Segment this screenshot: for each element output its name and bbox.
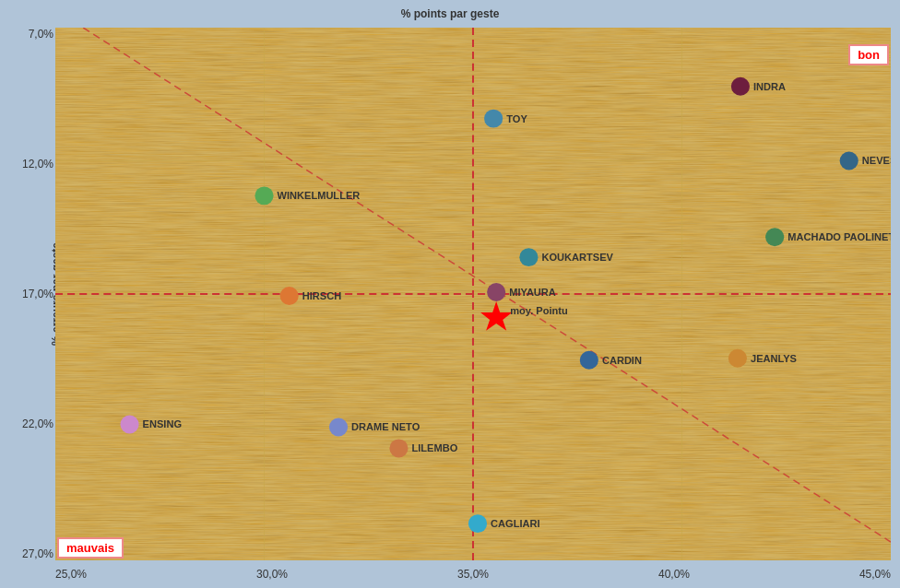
svg-text:WINKELMULLER: WINKELMULLER: [278, 190, 361, 201]
x-label-40: 40,0%: [658, 568, 690, 581]
point-neves-atu: [840, 152, 859, 171]
point-jeanlys: [728, 349, 747, 368]
svg-text:ENSING: ENSING: [143, 419, 182, 430]
y-label-17: 17,0%: [22, 288, 53, 300]
chart-area: 25,0% 30,0% 35,0% 40,0% 45,0% INDRA TOY …: [55, 28, 891, 560]
x-label-25: 25,0%: [55, 568, 87, 581]
x-label-45: 45,0%: [859, 568, 891, 581]
svg-text:HIRSCH: HIRSCH: [302, 290, 341, 301]
label-bon: bon: [848, 44, 889, 65]
svg-text:NEVES ATU: NEVES ATU: [862, 156, 891, 167]
svg-text:KOUKARTSEV: KOUKARTSEV: [541, 252, 613, 263]
point-indra: [731, 77, 750, 96]
point-ensing: [120, 416, 138, 434]
point-cardin: [580, 351, 598, 370]
point-miyaura: [487, 283, 505, 301]
y-label-12: 12,0%: [22, 158, 53, 171]
svg-text:JEANLYS: JEANLYS: [751, 353, 797, 364]
chart-container: % points par geste % erreurs par geste: [0, 0, 900, 588]
label-mauvais: mauvais: [57, 537, 124, 559]
chart-svg: 25,0% 30,0% 35,0% 40,0% 45,0% INDRA TOY …: [55, 28, 891, 560]
x-label-35: 35,0%: [457, 568, 489, 581]
point-hirsch: [280, 287, 299, 305]
svg-text:CAGLIARI: CAGLIARI: [491, 518, 539, 529]
svg-text:CARDIN: CARDIN: [602, 355, 642, 366]
svg-text:TOY: TOY: [506, 113, 527, 124]
x-label-30: 30,0%: [256, 568, 288, 581]
point-lilembo: [389, 439, 408, 457]
y-label-7: 7,0%: [29, 28, 53, 41]
svg-text:MIYAURA: MIYAURA: [509, 287, 556, 298]
x-axis-title: % points par geste: [0, 7, 900, 20]
point-toy: [484, 110, 503, 128]
y-label-27: 27,0%: [22, 547, 53, 560]
svg-text:LILEMBO: LILEMBO: [412, 442, 458, 453]
point-koukartsev: [519, 248, 538, 266]
svg-text:moy. Pointu: moy. Pointu: [510, 305, 567, 316]
point-winkelmuller: [255, 186, 273, 205]
point-cagliari: [468, 514, 487, 533]
point-machado: [765, 228, 784, 246]
svg-text:INDRA: INDRA: [753, 81, 786, 92]
point-drame-neto: [329, 418, 348, 437]
svg-text:DRAME NETO: DRAME NETO: [351, 422, 420, 433]
svg-text:MACHADO PAOLINETTI: MACHADO PAOLINETTI: [788, 231, 891, 242]
y-label-22: 22,0%: [22, 417, 53, 430]
